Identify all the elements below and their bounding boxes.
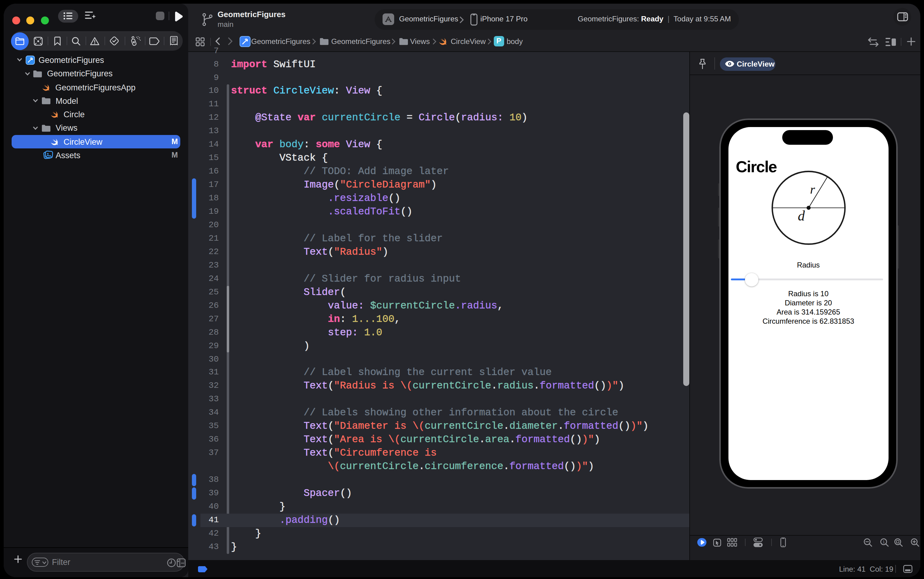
svg-text:1: 1 [882, 540, 884, 544]
